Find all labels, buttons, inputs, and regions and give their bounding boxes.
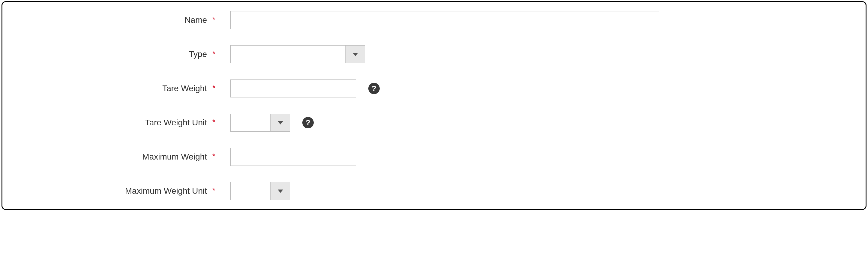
row-tare-weight: Tare Weight * ? — [14, 79, 854, 97]
label-type: Type * — [14, 50, 230, 59]
row-type: Type * — [14, 45, 854, 63]
row-name: Name * — [14, 11, 854, 29]
label-maximum-weight-unit: Maximum Weight Unit * — [14, 186, 230, 196]
label-tare-weight-text: Tare Weight — [162, 84, 207, 93]
required-mark: * — [212, 84, 215, 92]
field-type — [230, 45, 854, 63]
settings-panel: Name * Type * Tare Weight * — [1, 1, 867, 210]
type-select-toggle[interactable] — [345, 45, 365, 63]
maximum-weight-input[interactable] — [230, 148, 356, 166]
required-mark: * — [212, 152, 215, 161]
tare-weight-unit-select[interactable] — [230, 114, 290, 132]
label-maximum-weight-unit-text: Maximum Weight Unit — [125, 186, 207, 195]
required-mark: * — [212, 186, 215, 195]
help-icon[interactable]: ? — [302, 117, 314, 128]
maximum-weight-unit-select[interactable] — [230, 182, 290, 200]
label-tare-weight-unit-text: Tare Weight Unit — [145, 118, 207, 127]
field-maximum-weight-unit — [230, 182, 854, 200]
tare-weight-unit-select-value[interactable] — [231, 114, 270, 131]
required-mark: * — [212, 118, 215, 127]
chevron-down-icon — [278, 121, 283, 124]
label-maximum-weight-text: Maximum Weight — [142, 152, 207, 161]
tare-weight-unit-select-toggle[interactable] — [270, 114, 290, 131]
field-tare-weight-unit: ? — [230, 114, 854, 132]
maximum-weight-unit-select-toggle[interactable] — [270, 182, 290, 200]
row-maximum-weight: Maximum Weight * — [14, 148, 854, 166]
row-tare-weight-unit: Tare Weight Unit * ? — [14, 114, 854, 132]
tare-weight-input[interactable] — [230, 79, 356, 97]
label-tare-weight: Tare Weight * — [14, 84, 230, 93]
type-select[interactable] — [230, 45, 365, 63]
label-type-text: Type — [189, 50, 207, 59]
label-name-text: Name — [184, 15, 207, 25]
field-maximum-weight — [230, 148, 854, 166]
help-icon[interactable]: ? — [368, 83, 380, 94]
name-input[interactable] — [230, 11, 659, 29]
field-name — [230, 11, 854, 29]
required-mark: * — [212, 49, 215, 58]
label-tare-weight-unit: Tare Weight Unit * — [14, 118, 230, 127]
type-select-value[interactable] — [231, 45, 345, 63]
label-name: Name * — [14, 15, 230, 25]
row-maximum-weight-unit: Maximum Weight Unit * — [14, 182, 854, 200]
label-maximum-weight: Maximum Weight * — [14, 152, 230, 162]
maximum-weight-unit-select-value[interactable] — [231, 182, 270, 200]
chevron-down-icon — [353, 53, 358, 56]
required-mark: * — [212, 15, 215, 24]
field-tare-weight: ? — [230, 79, 854, 97]
chevron-down-icon — [278, 190, 283, 193]
